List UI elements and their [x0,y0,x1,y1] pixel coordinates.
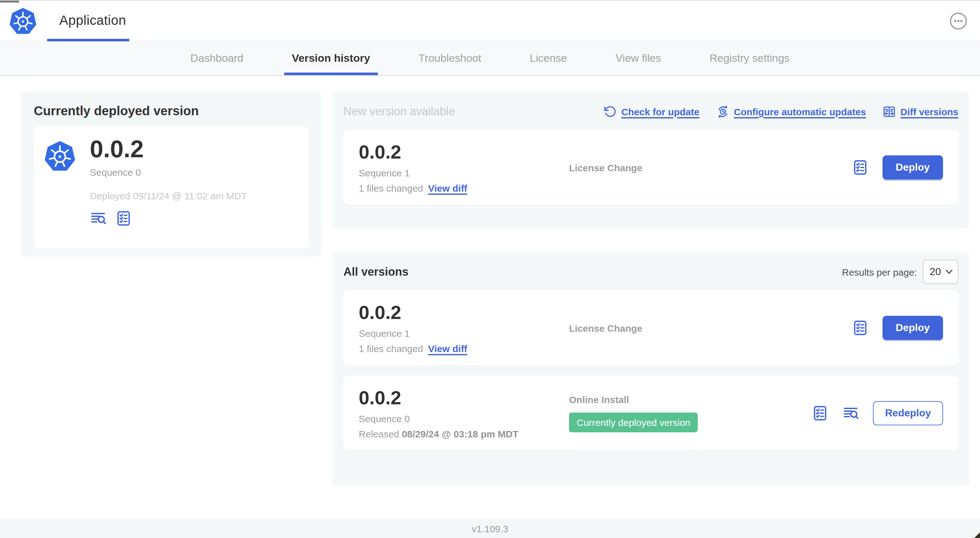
tab-registry-settings[interactable]: Registry settings [710,41,789,75]
results-per-page: Results per page: 20 [842,260,958,284]
all-versions-heading: All versions [344,265,409,279]
tab-troubleshoot[interactable]: Troubleshoot [418,41,481,75]
refresh-icon [603,105,617,118]
version-config-button[interactable] [812,405,828,422]
version-config-button[interactable] [852,320,868,336]
all-versions-panel: All versions Results per page: 20 0.0.2 … [332,252,970,486]
version-checklist-icon [115,210,132,227]
deployed-sequence: Sequence 0 [90,167,247,178]
diff-icon [883,105,896,118]
currently-deployed-badge: Currently deployed version [569,413,698,432]
currently-deployed-panel: Currently deployed version 0.0.2 Sequenc… [21,92,322,257]
configure-automatic-updates-link[interactable]: Configure automatic updates [716,105,866,118]
version-source: Online Install [569,394,629,405]
results-per-page-select[interactable]: 20 [923,260,958,284]
version-number: 0.0.2 [359,387,569,408]
version-source-column: License Change [569,322,852,333]
view-logs-icon [842,405,859,422]
all-versions-header: All versions Results per page: 20 [344,263,958,280]
version-actions: Redeploy [812,401,943,425]
files-changed-count: 1 files changed [359,343,423,354]
configure-automatic-updates-label: Configure automatic updates [734,106,866,117]
version-source: License Change [569,162,642,173]
check-for-update-link[interactable]: Check for update [603,105,699,118]
version-number: 0.0.2 [359,142,569,162]
tab-version-history[interactable]: Version history [292,41,370,75]
version-history-content: Currently deployed version 0.0.2 Sequenc… [0,76,980,521]
released-label: Released [359,428,399,439]
deployed-actions [90,210,247,227]
version-info: 0.0.2 Sequence 1 1 files changedView dif… [359,142,569,193]
main-nav-tabs: Dashboard Version history Troubleshoot L… [0,41,980,76]
app-header: Application [0,0,980,41]
console-version: v1.109.3 [471,523,508,534]
screen-edge-artifact [0,1,19,3]
deployed-version-number: 0.0.2 [90,135,247,163]
version-row: 0.0.2 Sequence 1 1 files changedView dif… [344,290,958,365]
version-row: 0.0.2 Sequence 0 Released 08/29/24 @ 03:… [344,376,958,451]
update-actions: Check for update Configure automatic upd… [603,105,958,118]
view-logs-icon [90,210,107,227]
view-logs-button[interactable] [842,405,859,422]
files-changed: 1 files changedView diff [359,343,569,354]
redeploy-button[interactable]: Redeploy [873,401,943,425]
admin-console-page: Application Dashboard Version history Tr… [0,0,980,538]
tab-dashboard[interactable]: Dashboard [191,41,243,75]
results-per-page-value: 20 [930,266,941,278]
version-source-column: License Change [569,162,852,173]
currently-deployed-card: 0.0.2 Sequence 0 Deployed 09/11/24 @ 11:… [34,126,309,248]
version-source: License Change [569,322,642,333]
app-title: Application [59,1,126,40]
kubernetes-app-icon [44,140,76,172]
version-info: 0.0.2 Sequence 1 1 files changedView dif… [359,302,569,354]
view-diff-link[interactable]: View diff [428,343,468,354]
version-sequence: Sequence 0 [359,413,569,424]
version-sequence: Sequence 1 [359,328,569,338]
tab-license[interactable]: License [530,41,567,75]
files-changed-count: 1 files changed [359,183,423,193]
view-logs-button[interactable] [90,210,107,227]
schedule-update-icon [716,105,729,118]
app-footer: v1.109.3 [0,519,980,538]
released-date: 08/29/24 @ 03:18 pm MDT [402,428,519,439]
overflow-menu-button[interactable] [948,11,969,31]
results-per-page-label: Results per page: [842,267,917,277]
new-version-panel: New version available Check for update C… [332,92,970,229]
app-title-active-underline [47,39,129,41]
version-actions: Deploy [852,156,943,179]
diff-versions-link[interactable]: Diff versions [883,105,958,118]
new-version-panel-header: New version available Check for update C… [344,103,958,120]
tab-view-files[interactable]: View files [616,41,661,75]
files-changed: 1 files changedView diff [359,183,569,193]
deployed-timestamp: Deployed 09/11/24 @ 11:02 am MDT [90,190,247,201]
diff-versions-label: Diff versions [900,106,958,117]
version-checklist-icon [852,320,868,336]
version-actions: Deploy [852,316,943,340]
version-sequence: Sequence 1 [359,167,569,178]
check-for-update-label: Check for update [621,106,699,117]
version-config-button[interactable] [852,159,868,176]
released-timestamp: Released 08/29/24 @ 03:18 pm MDT [359,428,569,439]
currently-deployed-details: 0.0.2 Sequence 0 Deployed 09/11/24 @ 11:… [90,135,247,238]
version-source-column: Online Install Currently deployed versio… [569,394,812,432]
cursor-artifact [974,532,980,538]
new-version-card: 0.0.2 Sequence 1 1 files changedView dif… [344,130,958,205]
view-diff-link[interactable]: View diff [428,183,468,193]
version-info: 0.0.2 Sequence 0 Released 08/29/24 @ 03:… [359,387,569,439]
version-config-button[interactable] [115,210,132,227]
version-checklist-icon [852,159,868,176]
deploy-button[interactable]: Deploy [882,156,943,179]
deploy-button[interactable]: Deploy [882,316,943,340]
kubernetes-logo-icon [9,7,37,35]
chevron-down-icon [946,269,953,275]
version-number: 0.0.2 [359,302,569,322]
ellipsis-circle-icon [948,11,969,31]
currently-deployed-heading: Currently deployed version [34,104,309,118]
version-checklist-icon [812,405,828,422]
new-version-heading: New version available [344,105,455,118]
